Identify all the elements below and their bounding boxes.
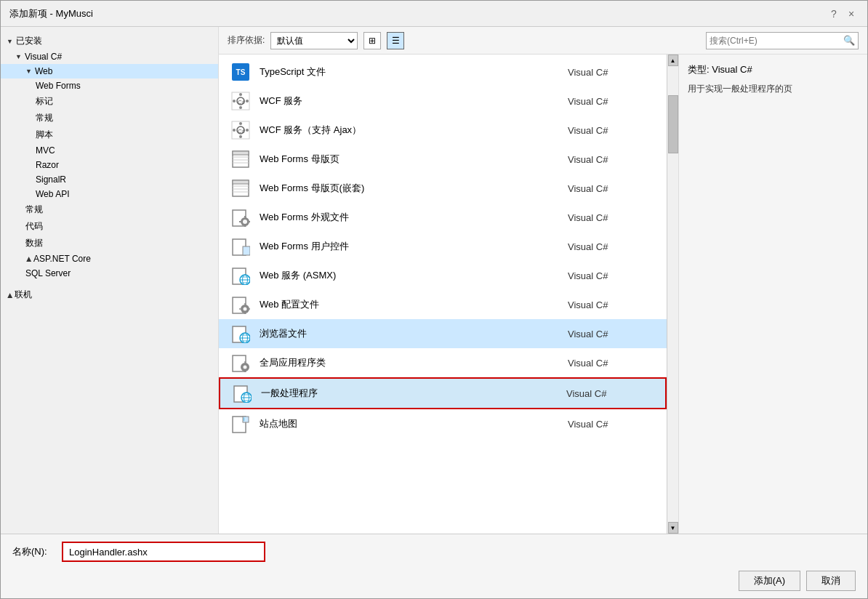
file-item-webforms-skin[interactable]: Web Forms 外观文件 Visual C# xyxy=(219,203,667,232)
file-name-wcf: WCF 服务 xyxy=(260,95,559,108)
sidebar-item-webapi[interactable]: Web API xyxy=(1,187,218,201)
sidebar-item-signalr[interactable]: SignalR xyxy=(1,172,218,187)
sidebar: ▼ 已安装 ▼ Visual C# ▼ Web Web Forms 标记 常规 xyxy=(1,27,219,534)
list-view-button[interactable]: ☰ xyxy=(387,32,404,49)
info-panel: 类型: Visual C# 用于实现一般处理程序的页 xyxy=(678,55,867,534)
grid-view-button[interactable]: ⊞ xyxy=(363,32,381,49)
search-input[interactable] xyxy=(710,36,840,46)
file-name-web-service: Web 服务 (ASMX) xyxy=(260,269,559,282)
name-row: 名称(N): xyxy=(12,542,856,562)
svg-point-12 xyxy=(233,129,236,132)
signalr-label: SignalR xyxy=(36,174,66,185)
sidebar-aspnet-core[interactable]: ▶ ASP.NET Core xyxy=(1,252,218,266)
file-icon-global-app xyxy=(230,353,251,373)
file-item-typescript[interactable]: TS TypeScript 文件 Visual C# xyxy=(219,57,667,87)
gear-cs-icon: C# xyxy=(231,92,250,110)
file-type-sitemap: Visual C# xyxy=(568,419,655,430)
file-item-webforms-master[interactable]: Web Forms 母版页 Visual C# xyxy=(219,145,667,174)
code-label: 代码 xyxy=(25,221,43,231)
file-name-webforms-skin: Web Forms 外观文件 xyxy=(260,211,559,224)
sitemap-icon: i xyxy=(231,414,250,433)
sql-server-label: SQL Server xyxy=(25,268,71,278)
file-item-wcf[interactable]: C# WCF 服务 Visual C# xyxy=(219,87,667,116)
sidebar-item-script[interactable]: 脚本 xyxy=(1,126,218,143)
file-icon-web-config xyxy=(230,294,251,315)
svg-point-54 xyxy=(244,366,247,369)
bottom-section: 名称(N): 添加(A) 取消 xyxy=(1,534,867,598)
sidebar-item-web-forms[interactable]: Web Forms xyxy=(1,79,218,93)
sidebar-visual-csharp[interactable]: ▼ Visual C# xyxy=(1,49,218,64)
file-name-wcf-ajax: WCF 服务（支持 Ajax） xyxy=(260,124,559,137)
webapi-label: Web API xyxy=(36,189,69,199)
svg-text:C#: C# xyxy=(238,128,246,134)
sidebar-item-normal2[interactable]: 常规 xyxy=(1,201,218,218)
file-item-sitemap[interactable]: i 站点地图 Visual C# xyxy=(219,409,667,438)
cancel-button[interactable]: 取消 xyxy=(806,571,856,591)
file-icon-wcf-ajax: C# xyxy=(230,120,251,140)
title-bar-buttons: ? × xyxy=(827,7,859,21)
file-item-wcf-ajax[interactable]: C# WCF 服务（支持 Ajax） Visual C# xyxy=(219,116,667,145)
file-type-wcf-ajax: Visual C# xyxy=(568,125,655,136)
file-icon-webforms-skin xyxy=(230,207,251,228)
scrollbar-down[interactable]: ▼ xyxy=(668,522,678,534)
browser-globe-icon xyxy=(231,324,250,343)
sidebar-item-razor[interactable]: Razor xyxy=(1,158,218,172)
search-icon[interactable]: 🔍 xyxy=(843,35,855,46)
razor-label: Razor xyxy=(36,160,59,170)
sidebar-item-mvc[interactable]: MVC xyxy=(1,143,218,158)
file-item-webforms-usercontrol[interactable]: Web Forms 用户控件 Visual C# xyxy=(219,232,667,261)
file-item-browser[interactable]: 浏览器文件 Visual C# xyxy=(219,319,667,348)
aspnet-arrow: ▶ xyxy=(25,257,32,262)
file-item-webforms-nested[interactable]: Web Forms 母版页(嵌套) Visual C# xyxy=(219,174,667,203)
main-content: 排序依据: 默认值 名称 类型 ⊞ ☰ 🔍 xyxy=(219,27,867,534)
sidebar-item-code[interactable]: 代码 xyxy=(1,218,218,235)
help-button[interactable]: ? xyxy=(827,7,841,21)
file-type-webforms-nested: Visual C# xyxy=(568,183,655,194)
svg-point-11 xyxy=(239,135,242,138)
name-label: 名称(N): xyxy=(12,545,56,558)
scrollbar-thumb[interactable] xyxy=(668,95,678,153)
svg-point-41 xyxy=(244,307,247,311)
file-name-typescript: TypeScript 文件 xyxy=(260,65,559,79)
sidebar-web[interactable]: ▼ Web xyxy=(1,64,218,79)
info-description: 用于实现一般处理程序的页 xyxy=(688,82,859,95)
file-item-handler[interactable]: 一般处理程序 Visual C# xyxy=(219,377,667,409)
file-type-wcf: Visual C# xyxy=(568,96,655,107)
add-button[interactable]: 添加(A) xyxy=(739,571,800,591)
web-arrow: ▼ xyxy=(25,68,32,75)
title-bar: 添加新项 - MyMusci ? × xyxy=(1,1,867,27)
mvc-label: MVC xyxy=(36,145,55,156)
global-app-icon xyxy=(231,353,250,372)
close-button[interactable]: × xyxy=(844,7,859,21)
file-item-web-service[interactable]: Web 服务 (ASMX) Visual C# xyxy=(219,261,667,290)
file-name-webforms-usercontrol: Web Forms 用户控件 xyxy=(260,240,559,253)
name-input[interactable] xyxy=(62,542,265,562)
scrollbar-up[interactable]: ▲ xyxy=(668,55,678,66)
search-box: 🔍 xyxy=(706,32,859,49)
online-section: ▶ 联机 xyxy=(1,286,218,303)
buttons-row: 添加(A) 取消 xyxy=(12,571,856,591)
svg-point-5 xyxy=(233,100,236,102)
svg-point-26 xyxy=(243,220,247,224)
file-icon-webforms-master xyxy=(230,149,251,169)
online-arrow: ▶ xyxy=(6,292,13,297)
svg-rect-15 xyxy=(233,151,249,155)
sidebar-installed[interactable]: ▼ 已安装 xyxy=(1,33,218,49)
sidebar-item-data[interactable]: 数据 xyxy=(1,235,218,252)
sidebar-item-markup[interactable]: 标记 xyxy=(1,93,218,110)
sidebar-item-sql-server[interactable]: SQL Server xyxy=(1,266,218,281)
file-item-global-app[interactable]: 全局应用程序类 Visual C# xyxy=(219,348,667,377)
data-label: 数据 xyxy=(25,238,43,248)
vc-arrow: ▼ xyxy=(15,53,22,60)
installed-arrow: ▼ xyxy=(7,38,13,45)
file-type-webforms-master: Visual C# xyxy=(568,154,655,165)
file-name-webforms-nested: Web Forms 母版页(嵌套) xyxy=(260,182,559,195)
online-label: 联机 xyxy=(15,289,32,301)
file-name-webforms-master: Web Forms 母版页 xyxy=(260,153,559,166)
sidebar-online[interactable]: ▶ 联机 xyxy=(1,286,218,303)
scrollbar[interactable]: ▲ ▼ xyxy=(667,55,678,534)
file-type-web-service: Visual C# xyxy=(568,270,655,281)
file-item-web-config[interactable]: Web 配置文件 Visual C# xyxy=(219,290,667,319)
sidebar-item-normal[interactable]: 常规 xyxy=(1,110,218,126)
sort-select[interactable]: 默认值 名称 类型 xyxy=(270,32,358,49)
